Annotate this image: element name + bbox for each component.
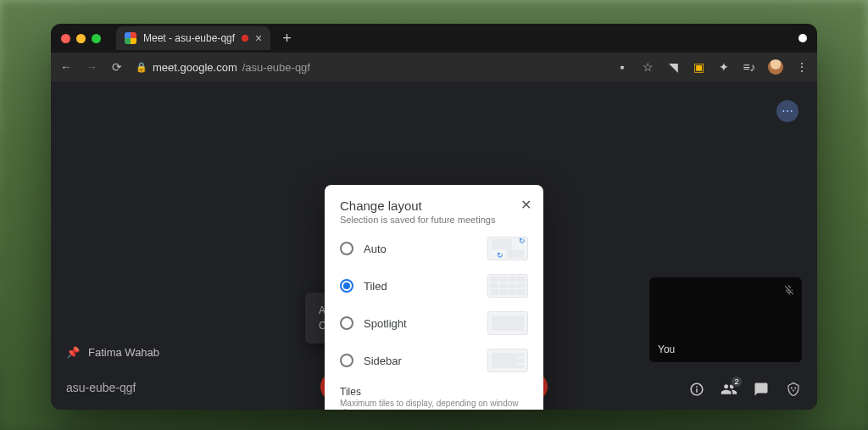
meeting-code: asu-eube-qgf [66, 381, 136, 394]
recording-indicator-icon [242, 35, 248, 42]
tiles-desc: Maximum tiles to display, depending on w… [340, 399, 528, 410]
browser-window: Meet - asu-eube-qgf × + ← → ⟳ 🔒 meet.goo… [51, 24, 817, 410]
reload-button[interactable]: ⟳ [110, 60, 124, 74]
account-indicator-icon[interactable] [798, 34, 807, 42]
option-label: Spotlight [364, 317, 477, 330]
svg-point-5 [793, 390, 794, 392]
minimize-window-icon[interactable] [76, 34, 86, 43]
layout-option-tiled[interactable]: Tiled [340, 274, 528, 298]
back-button[interactable]: ← [59, 60, 73, 74]
spotlight-preview-icon [487, 311, 528, 335]
self-label: You [658, 343, 675, 355]
option-label: Tiled [364, 280, 477, 293]
tiled-preview-icon [487, 274, 528, 298]
radio-auto[interactable] [340, 242, 353, 255]
tiles-section: Tiles Maximum tiles to display, dependin… [340, 386, 528, 410]
url-path: /asu-eube-qgf [242, 61, 310, 74]
playlist-icon[interactable]: ≡♪ [743, 60, 756, 74]
close-window-icon[interactable] [61, 34, 70, 43]
chat-button[interactable] [753, 381, 770, 398]
right-panel-buttons: 2 [688, 381, 802, 398]
toolbar-actions: ▪ ☆ ◥ ▣ ✦ ≡♪ ⋮ [615, 59, 809, 75]
sidebar-preview-icon [487, 349, 528, 372]
browser-menu-icon[interactable]: ⋮ [795, 60, 809, 74]
pinned-name: Fatima Wahab [88, 346, 159, 359]
radio-tiled[interactable] [340, 279, 353, 293]
svg-point-4 [794, 388, 796, 389]
dialog-title: Change layout [340, 198, 528, 213]
forward-button[interactable]: → [85, 60, 98, 74]
browser-tab[interactable]: Meet - asu-eube-qgf × [116, 26, 270, 50]
extensions-puzzle-icon[interactable]: ✦ [717, 60, 731, 74]
participants-button[interactable]: 2 [721, 381, 737, 398]
meeting-details-button[interactable] [688, 381, 705, 398]
participant-count-badge: 2 [731, 376, 743, 388]
extension-tag-icon[interactable]: ◥ [666, 60, 680, 74]
new-tab-button[interactable]: + [282, 30, 292, 47]
lock-icon: 🔒 [136, 62, 147, 73]
window-controls [61, 34, 101, 43]
self-video-tile[interactable]: You [649, 277, 802, 362]
option-label: Auto [364, 243, 477, 255]
close-icon[interactable]: ✕ [520, 197, 531, 213]
layout-option-sidebar[interactable]: Sidebar [340, 349, 528, 372]
url-host: meet.google.com [153, 61, 237, 74]
change-layout-dialog: ✕ Change layout Selection is saved for f… [325, 185, 543, 410]
layout-option-spotlight[interactable]: Spotlight [340, 311, 528, 335]
svg-point-3 [791, 388, 793, 389]
maximize-window-icon[interactable] [92, 34, 101, 43]
tiles-heading: Tiles [340, 386, 528, 398]
meet-content: ⋯ 📌 Fatima Wahab asu-eube-qgf Are you ta… [51, 81, 817, 410]
meet-favicon-icon [125, 32, 136, 44]
bookmark-star-icon[interactable]: ☆ [641, 60, 654, 74]
layout-option-auto[interactable]: Auto ↻ ↻ [340, 237, 528, 260]
radio-sidebar[interactable] [340, 354, 353, 367]
participant-more-button[interactable]: ⋯ [776, 100, 798, 122]
pinned-participant: 📌 Fatima Wahab [66, 346, 159, 359]
profile-avatar[interactable] [768, 59, 783, 75]
mic-muted-icon [783, 284, 795, 299]
tab-close-icon[interactable]: × [255, 32, 262, 44]
browser-toolbar: ← → ⟳ 🔒 meet.google.com/asu-eube-qgf ▪ ☆… [51, 53, 817, 81]
auto-preview-icon: ↻ ↻ [487, 237, 528, 260]
activities-button[interactable] [785, 381, 802, 398]
address-bar[interactable]: 🔒 meet.google.com/asu-eube-qgf [136, 61, 604, 74]
extension-box-icon[interactable]: ▣ [692, 60, 705, 74]
radio-spotlight[interactable] [340, 316, 353, 330]
option-label: Sidebar [364, 355, 477, 367]
pin-icon: 📌 [66, 346, 80, 359]
tab-title: Meet - asu-eube-qgf [143, 32, 235, 44]
dialog-subtitle: Selection is saved for future meetings [340, 215, 528, 225]
camera-permission-icon[interactable]: ▪ [615, 60, 629, 74]
tab-strip: Meet - asu-eube-qgf × + [51, 24, 817, 53]
